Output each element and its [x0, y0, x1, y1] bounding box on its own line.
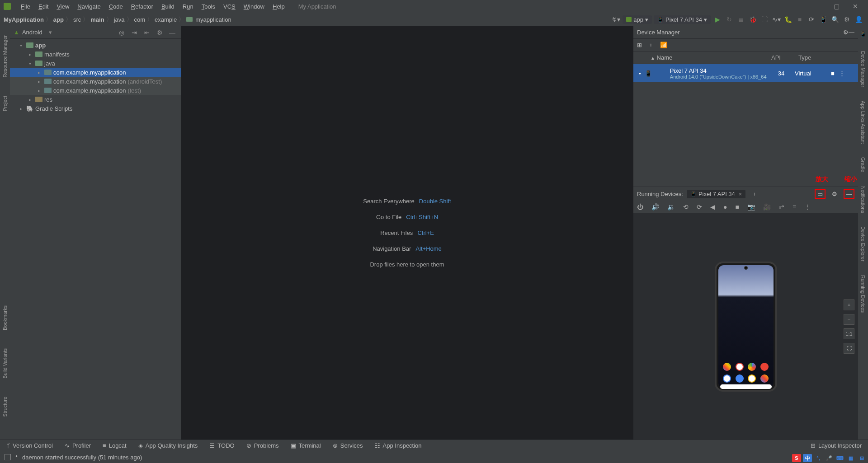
- col-api[interactable]: API: [768, 54, 795, 61]
- app-icon[interactable]: [760, 374, 769, 383]
- close-tab-icon[interactable]: ×: [739, 191, 742, 197]
- tree-java[interactable]: ▾java: [10, 59, 181, 68]
- tray-ime-icon[interactable]: S: [792, 454, 801, 462]
- app-icon[interactable]: [748, 374, 756, 383]
- project-view-selector[interactable]: Android: [22, 29, 42, 36]
- gutter-resource-manager[interactable]: Resource Manager: [2, 35, 8, 78]
- add-device-icon[interactable]: +: [649, 42, 653, 48]
- breadcrumb-item[interactable]: example: [155, 16, 177, 23]
- tool-app-quality[interactable]: ◈App Quality Insights: [138, 442, 198, 449]
- search-icon[interactable]: 🔍: [829, 14, 841, 25]
- more-icon[interactable]: ⋮: [839, 70, 845, 77]
- tray-grid-icon[interactable]: ▦: [846, 454, 855, 462]
- app-icon[interactable]: [736, 374, 744, 383]
- tree-pkg-test[interactable]: ▸com.example.myapplication(test): [10, 86, 181, 95]
- zoom-fit-button[interactable]: ⛶: [844, 343, 854, 354]
- attach-icon[interactable]: 🐛: [782, 14, 794, 25]
- stop-icon[interactable]: ■: [794, 14, 806, 25]
- tree-app[interactable]: ▾app: [10, 41, 181, 50]
- gutter-build-variants[interactable]: Build Variants: [2, 348, 8, 379]
- hide-panel-icon[interactable]: —: [167, 29, 177, 36]
- expand-icon[interactable]: ⇤: [142, 29, 152, 36]
- coverage-icon[interactable]: ⛶: [759, 14, 770, 25]
- run-config-app[interactable]: app ▾: [623, 15, 652, 24]
- zoom-out-button[interactable]: −: [844, 314, 854, 325]
- hide-panel-icon[interactable]: —: [844, 189, 854, 199]
- app-icon[interactable]: [723, 363, 731, 371]
- tool-todo[interactable]: ☰TODO: [209, 442, 234, 449]
- app-icon[interactable]: [760, 363, 769, 371]
- locate-icon[interactable]: ◎: [117, 29, 127, 36]
- screenshot-icon[interactable]: 📷: [747, 203, 755, 210]
- tool-version-control[interactable]: ᛘVersion Control: [6, 442, 53, 449]
- tray-punct-icon[interactable]: °,: [814, 454, 823, 462]
- gutter-gradle[interactable]: Gradle: [860, 157, 866, 172]
- gutter-icon[interactable]: 📱: [859, 31, 867, 37]
- breadcrumb-item[interactable]: main: [90, 16, 104, 23]
- menu-window[interactable]: Window: [240, 2, 268, 11]
- app-icon[interactable]: [748, 363, 756, 371]
- power-icon[interactable]: ⏻: [637, 203, 643, 210]
- menu-view[interactable]: View: [53, 2, 73, 11]
- volume-up-icon[interactable]: 🔊: [651, 203, 659, 210]
- rotate-left-icon[interactable]: ⟲: [683, 203, 689, 210]
- menu-edit[interactable]: Edit: [35, 2, 52, 11]
- col-type[interactable]: Type: [795, 54, 831, 61]
- menu-code[interactable]: Code: [105, 2, 127, 11]
- gutter-app-links[interactable]: App Links Assistant: [860, 101, 866, 144]
- app-icon[interactable]: [736, 363, 744, 371]
- gutter-device-manager[interactable]: Device Manager: [860, 51, 866, 87]
- volume-down-icon[interactable]: 🔉: [667, 203, 675, 210]
- breadcrumb-item[interactable]: src: [73, 16, 81, 23]
- tree-pkg-main[interactable]: ▸com.example.myapplication: [10, 68, 181, 77]
- emulator-view[interactable]: + − 1:1 ⛶: [633, 213, 858, 440]
- breadcrumb-item[interactable]: MyApplication: [4, 16, 44, 23]
- menu-tools[interactable]: Tools: [198, 2, 219, 11]
- running-device-tab[interactable]: 📱 Pixel 7 API 34 ×: [687, 190, 746, 198]
- tree-manifests[interactable]: ▸manifests: [10, 50, 181, 59]
- tree-pkg-androidtest[interactable]: ▸com.example.myapplication(androidTest): [10, 77, 181, 86]
- rerun-icon[interactable]: ↻: [723, 14, 735, 25]
- menu-refactor[interactable]: Refactor: [127, 2, 157, 11]
- menu-help[interactable]: Help: [269, 2, 288, 11]
- add-tab-icon[interactable]: +: [749, 189, 760, 199]
- fold-icon[interactable]: ⇄: [779, 203, 784, 210]
- gear-icon[interactable]: ⚙: [843, 29, 849, 36]
- zoom-reset-button[interactable]: 1:1: [844, 328, 854, 339]
- menu-vcs[interactable]: VCS: [220, 2, 239, 11]
- rotate-right-icon[interactable]: ⟳: [697, 203, 702, 210]
- snapshot-icon[interactable]: ≡: [793, 203, 796, 210]
- tool-app-inspection[interactable]: ☷App Inspection: [375, 442, 422, 449]
- profile-icon[interactable]: ∿▾: [770, 14, 782, 25]
- pair-device-icon[interactable]: ⊞: [637, 42, 642, 48]
- tree-res[interactable]: ▸res: [10, 95, 181, 104]
- gutter-structure[interactable]: Structure: [2, 397, 8, 417]
- menu-build[interactable]: Build: [158, 2, 178, 11]
- hide-panel-icon[interactable]: —: [849, 29, 854, 36]
- tool-services[interactable]: ⊚Services: [333, 442, 363, 449]
- gutter-running-devices[interactable]: Running Devices: [860, 275, 866, 313]
- tool-logcat[interactable]: ≡Logcat: [103, 442, 127, 449]
- account-icon[interactable]: 👤: [853, 14, 864, 25]
- breadcrumb-item[interactable]: myapplication: [195, 16, 231, 23]
- menu-navigate[interactable]: Navigate: [74, 2, 104, 11]
- tray-keyboard-icon[interactable]: ⌨: [835, 454, 844, 462]
- overview-icon[interactable]: ■: [735, 203, 739, 210]
- minimize-window-icon[interactable]: —: [808, 3, 826, 10]
- gutter-device-explorer[interactable]: Device Explorer: [860, 226, 866, 262]
- more-icon[interactable]: ⋮: [804, 203, 811, 210]
- tool-profiler[interactable]: ∿Profiler: [65, 442, 91, 449]
- tool-problems[interactable]: ⊘Problems: [246, 442, 279, 449]
- maximize-window-icon[interactable]: ▢: [827, 3, 845, 10]
- breadcrumb-item[interactable]: java: [114, 16, 125, 23]
- tool-layout-inspector[interactable]: ⊞Layout Inspector: [811, 442, 862, 449]
- col-name[interactable]: ▲ Name: [647, 54, 768, 61]
- step-icon[interactable]: ≣: [735, 14, 747, 25]
- tool-terminal[interactable]: ▣Terminal: [291, 442, 321, 449]
- stop-device-icon[interactable]: ■: [831, 70, 835, 77]
- status-box-icon[interactable]: [5, 454, 11, 460]
- device-icon[interactable]: 📱: [817, 14, 829, 25]
- breadcrumb-item[interactable]: com: [134, 16, 146, 23]
- window-mode-icon[interactable]: ▭: [815, 189, 826, 199]
- wifi-icon[interactable]: 📶: [660, 42, 667, 48]
